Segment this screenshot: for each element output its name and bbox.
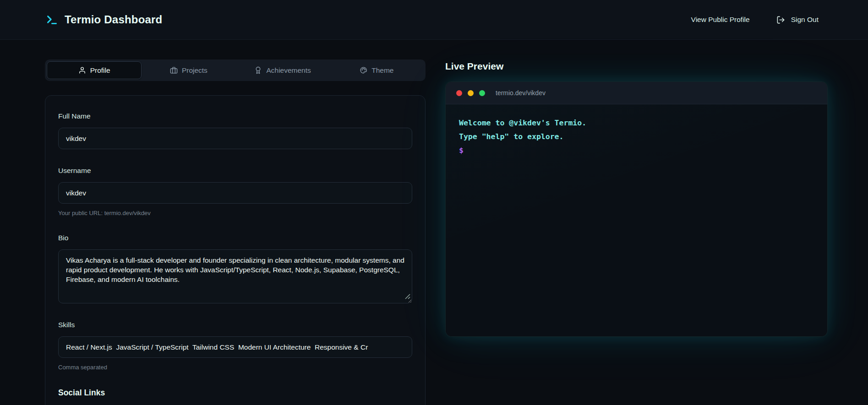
tab-label: Achievements [266,66,311,75]
user-icon [78,66,86,74]
logout-icon [776,16,785,24]
main-content: Profile Projects Achievements [0,40,868,405]
terminal-prompt: $ [459,144,814,157]
green-dot-icon [479,90,485,96]
terminal-line: Type "help" to explore. [459,130,814,144]
terminal-line: Welcome to @vikdev's Termio. [459,116,814,130]
username-input[interactable] [58,182,412,204]
tab-profile[interactable]: Profile [47,61,142,79]
sign-out-label: Sign Out [791,16,819,24]
tab-label: Theme [371,66,393,75]
sign-out-button[interactable]: Sign Out [776,16,819,24]
skills-input[interactable] [58,336,412,358]
left-column: Profile Projects Achievements [45,59,426,405]
brand: Termio Dashboard [46,13,162,26]
username-label: Username [58,167,412,175]
full-name-input[interactable] [58,128,412,149]
tab-theme[interactable]: Theme [330,61,424,79]
tab-label: Profile [90,66,110,75]
skills-helper: Comma separated [58,364,412,371]
award-icon [254,66,262,74]
app-title: Termio Dashboard [65,13,162,26]
terminal-body: Welcome to @vikdev's Termio. Type "help"… [446,104,827,336]
terminal-titlebar: termio.dev/vikdev [446,82,827,104]
terminal-address: termio.dev/vikdev [496,89,546,97]
full-name-label: Full Name [58,112,412,120]
skills-label: Skills [58,321,412,329]
tab-bar: Profile Projects Achievements [45,59,426,81]
red-dot-icon [456,90,462,96]
tab-label: Projects [182,66,207,75]
app-header: Termio Dashboard View Public Profile Sig… [0,0,868,40]
public-url-helper: Your public URL: termio.dev/vikdev [58,210,412,216]
username-field-group: Username Your public URL: termio.dev/vik… [58,167,412,216]
bio-textarea[interactable]: Vikas Acharya is a full-stack developer … [58,249,412,303]
bio-textarea-wrap: Vikas Acharya is a full-stack developer … [58,249,412,303]
social-links-heading: Social Links [58,388,412,398]
briefcase-icon [170,66,178,74]
bio-field-group: Bio Vikas Acharya is a full-stack develo… [58,234,412,303]
skills-field-group: Skills Comma separated [58,321,412,371]
tab-projects[interactable]: Projects [142,61,235,79]
bio-label: Bio [58,234,412,242]
header-actions: View Public Profile Sign Out [691,16,819,24]
yellow-dot-icon [468,90,474,96]
terminal-preview-window: termio.dev/vikdev Welcome to @vikdev's T… [445,81,828,337]
tab-achievements[interactable]: Achievements [236,61,330,79]
right-column: Live Preview termio.dev/vikdev Welcome t… [445,59,828,337]
terminal-prompt-icon [46,14,58,26]
live-preview-heading: Live Preview [445,60,828,72]
palette-icon [360,66,367,74]
view-public-profile-link[interactable]: View Public Profile [691,16,750,24]
full-name-field-group: Full Name [58,112,412,149]
profile-form-card: Full Name Username Your public URL: term… [45,95,426,405]
